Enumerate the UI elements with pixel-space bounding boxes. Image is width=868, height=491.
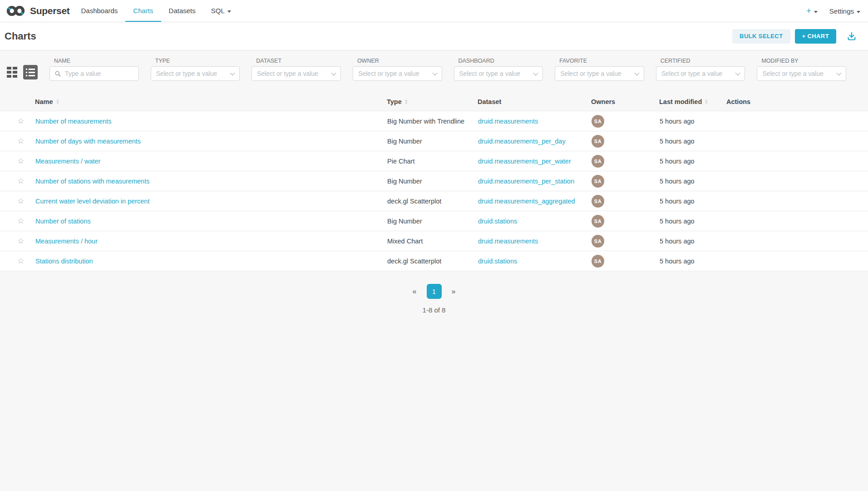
chevron-down-icon: [227, 10, 231, 13]
card-view-button[interactable]: [7, 67, 17, 78]
column-header-dataset: Dataset: [478, 94, 591, 111]
chevron-down-icon: [230, 70, 235, 75]
dataset-link[interactable]: druid.measurements: [478, 118, 538, 125]
type-cell: Big Number: [387, 171, 478, 191]
dataset-link[interactable]: druid.measurements_per_day: [478, 138, 566, 145]
chart-name-link[interactable]: Measurements / hour: [35, 238, 98, 245]
nav-item-charts[interactable]: Charts: [125, 0, 161, 22]
table-row: ☆ Number of measurements Big Number with…: [0, 111, 868, 131]
select-placeholder: Select or type a value: [156, 70, 217, 77]
owner-avatar: SA: [592, 215, 604, 228]
filter-search-control[interactable]: [49, 66, 139, 81]
next-page-button[interactable]: »: [450, 286, 458, 298]
filter-select[interactable]: Select or type a value: [656, 66, 745, 81]
table-header-row: Name Type Dataset Owners Last modified A…: [0, 94, 868, 111]
column-header-owners: Owners: [591, 94, 659, 111]
filter-select[interactable]: Select or type a value: [353, 66, 442, 81]
actions-cell: [726, 151, 868, 171]
name-cell: Number of stations with measurements: [35, 171, 387, 191]
table-body: ☆ Number of measurements Big Number with…: [0, 111, 868, 271]
filter-select[interactable]: Select or type a value: [757, 66, 846, 81]
favorite-star-icon[interactable]: ☆: [17, 217, 24, 225]
bulk-select-button[interactable]: BULK SELECT: [732, 29, 790, 44]
chart-name-link[interactable]: Number of measurements: [35, 118, 112, 125]
filter-label: DASHBOARD: [459, 58, 543, 64]
chart-name-link[interactable]: Number of stations with measurements: [35, 178, 149, 185]
column-header-last-modified[interactable]: Last modified: [659, 94, 726, 111]
owners-cell: SA: [591, 231, 659, 251]
filter-label: TYPE: [155, 58, 240, 64]
page-1-button[interactable]: 1: [427, 284, 442, 299]
brand-name: Superset: [30, 5, 69, 16]
content: NAME TYPE Select or type a value DATASET…: [0, 50, 868, 314]
add-chart-button[interactable]: + CHART: [795, 29, 837, 44]
column-header-label: Owners: [591, 98, 615, 105]
previous-page-button[interactable]: «: [411, 286, 419, 298]
dataset-link[interactable]: druid.measurements_per_station: [478, 178, 574, 185]
type-cell: deck.gl Scatterplot: [387, 191, 478, 211]
favorite-star-icon[interactable]: ☆: [17, 237, 24, 245]
filter-select[interactable]: Select or type a value: [454, 66, 543, 81]
nav-item-sql[interactable]: SQL: [203, 0, 239, 22]
favorite-star-icon[interactable]: ☆: [17, 137, 24, 145]
chevron-down-icon: [857, 11, 860, 13]
export-button[interactable]: [846, 31, 857, 42]
dataset-cell: druid.stations: [478, 211, 591, 231]
list-view-icon: [26, 72, 35, 73]
actions-cell: [726, 131, 868, 151]
dataset-link[interactable]: druid.measurements: [478, 238, 538, 245]
favorite-star-icon[interactable]: ☆: [17, 197, 24, 205]
name-cell: Number of measurements: [35, 111, 387, 131]
filter-label: OWNER: [357, 58, 442, 64]
select-placeholder: Select or type a value: [358, 70, 419, 77]
filter-select[interactable]: Select or type a value: [151, 66, 240, 81]
list-view-icon: [26, 75, 35, 76]
favorite-star-icon[interactable]: ☆: [17, 117, 24, 125]
favorite-cell: ☆: [0, 211, 35, 231]
chart-name-link[interactable]: Number of days with measurements: [35, 138, 141, 145]
actions-cell: [726, 171, 868, 191]
nav-item-datasets[interactable]: Datasets: [161, 0, 203, 22]
chart-name-link[interactable]: Stations distribution: [35, 258, 93, 265]
chevron-down-icon: [331, 70, 336, 75]
page-header: Charts BULK SELECT + CHART: [0, 22, 868, 50]
table-row: ☆ Number of days with measurements Big N…: [0, 131, 868, 151]
actions-cell: [726, 231, 868, 251]
dataset-link[interactable]: druid.stations: [478, 218, 517, 225]
superset-logo-link[interactable]: Superset: [6, 0, 69, 22]
filter-select[interactable]: Select or type a value: [252, 66, 341, 81]
dataset-link[interactable]: druid.measurements_per_water: [478, 158, 571, 165]
list-view-button[interactable]: [23, 65, 38, 79]
nav-item-label: Datasets: [169, 7, 196, 15]
column-header-name[interactable]: Name: [35, 94, 387, 111]
table-row: ☆ Measurements / water Pie Chart druid.m…: [0, 151, 868, 171]
favorite-cell: ☆: [0, 131, 35, 151]
dataset-link[interactable]: druid.measurements_aggregated: [478, 198, 575, 205]
filter-select[interactable]: Select or type a value: [555, 66, 644, 81]
favorite-star-icon[interactable]: ☆: [17, 157, 24, 165]
filter-search-input[interactable]: [64, 69, 133, 78]
dataset-link[interactable]: druid.stations: [478, 258, 517, 265]
owner-avatar: SA: [592, 155, 604, 168]
column-header-label: Name: [35, 98, 53, 105]
chart-name-link[interactable]: Current water level deviation in percent: [35, 198, 149, 205]
last-modified-cell: 5 hours ago: [659, 171, 726, 191]
chevron-down-icon: [432, 70, 437, 75]
dataset-cell: druid.measurements: [478, 231, 591, 251]
select-placeholder: Select or type a value: [560, 70, 621, 77]
chart-name-link[interactable]: Measurements / water: [35, 158, 100, 165]
nav-item-dashboards[interactable]: Dashboards: [73, 0, 125, 22]
settings-menu-button[interactable]: Settings: [829, 7, 860, 15]
chart-name-link[interactable]: Number of stations: [35, 218, 91, 225]
favorite-star-icon[interactable]: ☆: [17, 257, 24, 265]
column-header-type[interactable]: Type: [387, 94, 478, 111]
actions-cell: [726, 211, 868, 231]
filter-label: CERTIFIED: [661, 58, 745, 64]
favorite-star-icon[interactable]: ☆: [17, 177, 24, 185]
select-placeholder: Select or type a value: [257, 70, 318, 77]
name-cell: Stations distribution: [35, 251, 387, 271]
favorite-cell: ☆: [0, 111, 35, 131]
new-item-menu-button[interactable]: +: [806, 7, 818, 15]
column-header-label: Type: [387, 98, 402, 105]
type-cell: Big Number with Trendline: [387, 111, 478, 131]
